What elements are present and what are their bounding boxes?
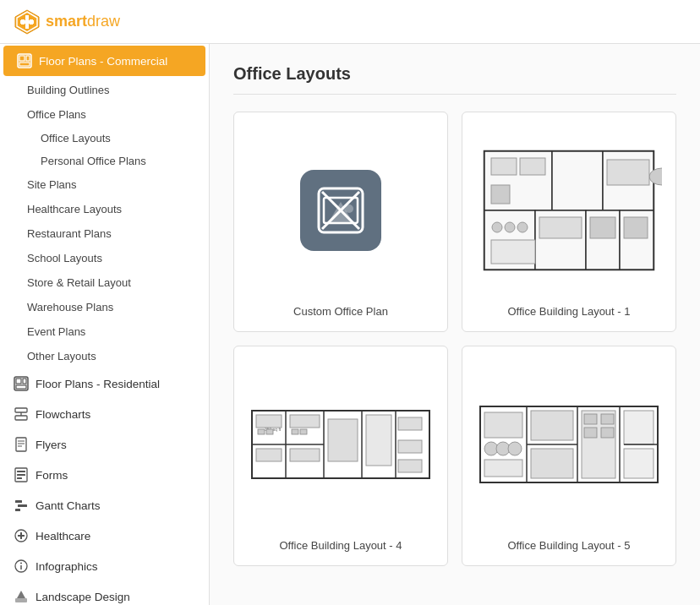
svg-rect-9 bbox=[26, 56, 30, 61]
sidebar-item-store-retail[interactable]: Store & Retail Layout bbox=[0, 270, 209, 295]
sidebar-item-restaurant-plans[interactable]: Restaurant Plans bbox=[0, 221, 209, 246]
svg-point-94 bbox=[508, 442, 522, 455]
template-card-layout5[interactable]: Office Building Layout - 5 bbox=[462, 346, 676, 566]
floor-plan-commercial-icon bbox=[17, 53, 32, 68]
svg-rect-100 bbox=[601, 414, 614, 424]
svg-rect-28 bbox=[15, 509, 20, 511]
gantt-icon bbox=[14, 498, 29, 513]
sidebar-item-healthcare-layouts[interactable]: Healthcare Layouts bbox=[0, 197, 209, 221]
svg-rect-26 bbox=[15, 500, 22, 503]
svg-rect-24 bbox=[17, 474, 25, 476]
template-image-layout5 bbox=[476, 360, 662, 529]
healthcare-icon bbox=[14, 528, 29, 543]
sidebar-item-healthcare[interactable]: Healthcare bbox=[0, 521, 209, 551]
svg-rect-82 bbox=[258, 429, 265, 434]
svg-rect-25 bbox=[17, 477, 22, 479]
svg-rect-58 bbox=[607, 160, 649, 185]
header: smartdraw bbox=[0, 0, 700, 44]
svg-rect-12 bbox=[16, 379, 21, 384]
svg-rect-6 bbox=[20, 20, 34, 24]
sidebar-item-gantt-charts[interactable]: Gantt Charts bbox=[0, 490, 209, 521]
sidebar-item-landscape-design[interactable]: Landscape Design bbox=[0, 581, 209, 605]
svg-point-62 bbox=[492, 222, 502, 232]
custom-office-icon bbox=[300, 170, 381, 251]
sidebar-item-infographics[interactable]: Infographics bbox=[0, 551, 209, 581]
sidebar-item-event-plans[interactable]: Event Plans bbox=[0, 319, 209, 344]
no-image-icon bbox=[315, 185, 366, 236]
sidebar-item-school-layouts[interactable]: School Layouts bbox=[0, 246, 209, 270]
svg-rect-81 bbox=[398, 460, 422, 472]
svg-rect-10 bbox=[19, 63, 30, 66]
svg-rect-65 bbox=[491, 240, 535, 264]
logo-text: smartdraw bbox=[46, 13, 120, 30]
svg-rect-102 bbox=[601, 428, 614, 438]
svg-rect-14 bbox=[16, 385, 26, 389]
template-card-layout1[interactable]: Office Building Layout - 1 bbox=[462, 112, 676, 332]
template-image-layout4: 350 sq ft bbox=[248, 360, 434, 529]
template-label-layout4: Office Building Layout - 4 bbox=[279, 539, 402, 552]
svg-rect-97 bbox=[531, 449, 573, 478]
svg-rect-85 bbox=[300, 429, 307, 434]
svg-rect-74 bbox=[256, 449, 282, 461]
svg-rect-96 bbox=[531, 411, 573, 440]
sidebar-item-office-plans[interactable]: Office Plans bbox=[0, 102, 209, 127]
content-area: Office Layouts bbox=[210, 44, 700, 605]
sidebar-item-flowcharts[interactable]: Flowcharts bbox=[0, 399, 209, 429]
template-label-layout5: Office Building Layout - 5 bbox=[507, 539, 630, 552]
svg-rect-8 bbox=[19, 56, 25, 61]
svg-rect-61 bbox=[624, 217, 648, 238]
svg-rect-77 bbox=[328, 419, 358, 461]
logo-icon bbox=[14, 8, 41, 35]
sidebar-item-floor-plans-residential[interactable]: Floor Plans - Residential bbox=[0, 368, 209, 399]
sidebar-item-building-outlines[interactable]: Building Outlines bbox=[0, 78, 209, 102]
template-card-layout4[interactable]: 350 sq ft bbox=[233, 346, 448, 566]
svg-rect-78 bbox=[366, 415, 391, 466]
sidebar-item-flyers[interactable]: Flyers bbox=[0, 429, 209, 460]
svg-rect-18 bbox=[16, 438, 26, 451]
svg-rect-60 bbox=[590, 217, 615, 238]
svg-rect-104 bbox=[624, 449, 654, 478]
svg-rect-101 bbox=[584, 428, 597, 438]
svg-rect-99 bbox=[584, 414, 597, 424]
svg-rect-13 bbox=[23, 379, 26, 384]
svg-rect-76 bbox=[290, 449, 320, 461]
svg-rect-48 bbox=[552, 151, 603, 210]
form-icon bbox=[14, 467, 29, 482]
info-icon bbox=[14, 559, 29, 574]
svg-rect-35 bbox=[15, 598, 27, 602]
svg-rect-83 bbox=[266, 429, 273, 434]
template-card-custom[interactable]: Custom Office Plan bbox=[233, 112, 448, 332]
sidebar-item-personal-office-plans[interactable]: Personal Office Plans bbox=[0, 150, 209, 172]
svg-rect-75 bbox=[290, 415, 320, 428]
svg-rect-16 bbox=[15, 416, 27, 420]
svg-rect-15 bbox=[15, 408, 27, 412]
main-layout: Floor Plans - Commercial Building Outlin… bbox=[0, 44, 700, 605]
svg-point-64 bbox=[517, 222, 528, 232]
svg-rect-59 bbox=[539, 217, 582, 238]
svg-rect-54 bbox=[491, 158, 517, 175]
template-label-custom: Custom Office Plan bbox=[293, 305, 388, 318]
sidebar-item-other-layouts[interactable]: Other Layouts bbox=[0, 344, 209, 368]
sidebar-item-site-plans[interactable]: Site Plans bbox=[0, 172, 209, 197]
svg-rect-23 bbox=[17, 471, 25, 472]
floor-plan-svg-1 bbox=[476, 126, 662, 295]
svg-point-63 bbox=[505, 222, 515, 232]
svg-rect-55 bbox=[520, 158, 545, 175]
svg-point-33 bbox=[20, 563, 22, 564]
svg-rect-91 bbox=[484, 412, 522, 438]
flyer-icon bbox=[14, 437, 29, 452]
sidebar-item-forms[interactable]: Forms bbox=[0, 460, 209, 490]
sidebar: Floor Plans - Commercial Building Outlin… bbox=[0, 44, 210, 605]
sidebar-item-warehouse-plans[interactable]: Warehouse Plans bbox=[0, 295, 209, 319]
template-label-layout1: Office Building Layout - 1 bbox=[507, 305, 630, 318]
sidebar-item-office-layouts[interactable]: Office Layouts bbox=[0, 127, 209, 150]
floor-plan-svg-5 bbox=[476, 360, 662, 529]
sidebar-item-floor-plans-commercial[interactable]: Floor Plans - Commercial bbox=[3, 46, 205, 76]
flowchart-icon bbox=[14, 406, 29, 422]
template-image-layout1 bbox=[476, 126, 662, 295]
svg-rect-95 bbox=[484, 460, 522, 477]
floor-plan-svg-4: 350 sq ft bbox=[248, 360, 434, 529]
templates-grid: Custom Office Plan bbox=[233, 112, 676, 566]
svg-rect-27 bbox=[18, 504, 27, 507]
sidebar-label-floor-plans-commercial: Floor Plans - Commercial bbox=[39, 55, 167, 68]
